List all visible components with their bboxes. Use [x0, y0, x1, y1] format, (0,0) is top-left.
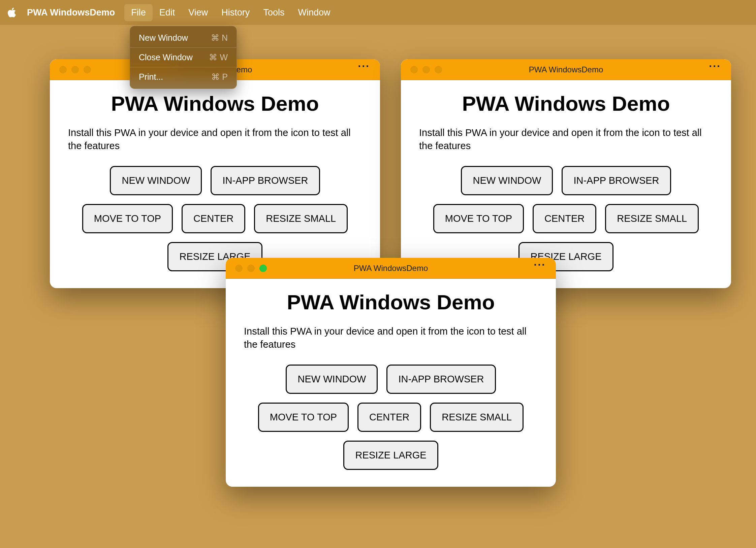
menu-item-shortcut: ⌘ P: [211, 72, 228, 82]
move-to-top-button[interactable]: MOVE TO TOP: [258, 403, 349, 432]
menubar-item-edit[interactable]: Edit: [153, 4, 182, 21]
window-title: PWA WindowsDemo: [529, 65, 603, 74]
traffic-lights: [59, 66, 91, 73]
menubar-item-window[interactable]: Window: [291, 4, 337, 21]
in-app-browser-button[interactable]: IN-APP BROWSER: [562, 166, 671, 195]
close-button[interactable]: [235, 265, 243, 272]
menu-item-shortcut: ⌘ N: [211, 33, 228, 43]
window-content: PWA Windows Demo Install this PWA in you…: [401, 80, 731, 288]
menu-item-close-window[interactable]: Close Window ⌘ W: [130, 49, 237, 66]
new-window-button[interactable]: NEW WINDOW: [461, 166, 553, 195]
page-description: Install this PWA in your device and open…: [419, 126, 713, 152]
page-title: PWA Windows Demo: [68, 92, 362, 115]
center-button[interactable]: CENTER: [357, 403, 421, 432]
menu-item-label: Print...: [139, 72, 163, 82]
close-button[interactable]: [59, 66, 67, 73]
page-title: PWA Windows Demo: [419, 92, 713, 115]
center-button[interactable]: CENTER: [182, 204, 245, 233]
button-grid: NEW WINDOW IN-APP BROWSER MOVE TO TOP CE…: [244, 365, 538, 470]
menubar-item-history[interactable]: History: [215, 4, 256, 21]
new-window-button[interactable]: NEW WINDOW: [110, 166, 202, 195]
menubar-item-file[interactable]: File: [124, 4, 153, 21]
window-content: PWA Windows Demo Install this PWA in you…: [226, 279, 556, 487]
minimize-button[interactable]: [71, 66, 79, 73]
system-menubar: PWA WindowsDemo File Edit View History T…: [0, 0, 756, 25]
close-button[interactable]: [410, 66, 418, 73]
resize-small-button[interactable]: RESIZE SMALL: [430, 403, 524, 432]
resize-large-button[interactable]: RESIZE LARGE: [343, 441, 438, 470]
in-app-browser-button[interactable]: IN-APP BROWSER: [386, 365, 496, 394]
button-grid: NEW WINDOW IN-APP BROWSER MOVE TO TOP CE…: [419, 166, 713, 271]
menu-item-print[interactable]: Print... ⌘ P: [130, 69, 237, 85]
menu-item-new-window[interactable]: New Window ⌘ N: [130, 30, 237, 46]
window-content: PWA Windows Demo Install this PWA in you…: [50, 80, 380, 288]
menu-item-label: Close Window: [139, 53, 193, 62]
in-app-browser-button[interactable]: IN-APP BROWSER: [211, 166, 320, 195]
traffic-lights: [235, 265, 267, 272]
move-to-top-button[interactable]: MOVE TO TOP: [433, 204, 524, 233]
app-window-2: PWA WindowsDemo ··· PWA Windows Demo Ins…: [401, 59, 731, 288]
page-title: PWA Windows Demo: [244, 290, 538, 314]
page-description: Install this PWA in your device and open…: [68, 126, 362, 152]
title-bar[interactable]: PWA WindowsDemo ···: [226, 258, 556, 279]
file-menu-dropdown: New Window ⌘ N Close Window ⌘ W Print...…: [130, 26, 237, 89]
minimize-button[interactable]: [422, 66, 430, 73]
traffic-lights: [410, 66, 442, 73]
resize-small-button[interactable]: RESIZE SMALL: [605, 204, 699, 233]
page-description: Install this PWA in your device and open…: [244, 325, 538, 351]
new-window-button[interactable]: NEW WINDOW: [286, 365, 378, 394]
app-window-1: PWA WindowsDemo ··· PWA Windows Demo Ins…: [50, 59, 380, 288]
menubar-app-name[interactable]: PWA WindowsDemo: [27, 7, 115, 18]
zoom-button[interactable]: [84, 66, 91, 73]
app-window-3-active: PWA WindowsDemo ··· PWA Windows Demo Ins…: [226, 258, 556, 487]
menubar-item-view[interactable]: View: [182, 4, 215, 21]
menu-item-label: New Window: [139, 33, 188, 43]
menu-separator: [130, 47, 237, 48]
zoom-button[interactable]: [259, 265, 267, 272]
minimize-button[interactable]: [247, 265, 255, 272]
zoom-button[interactable]: [435, 66, 442, 73]
apple-logo-icon[interactable]: [7, 7, 17, 18]
move-to-top-button[interactable]: MOVE TO TOP: [82, 204, 173, 233]
menubar-item-tools[interactable]: Tools: [256, 4, 291, 21]
resize-small-button[interactable]: RESIZE SMALL: [254, 204, 348, 233]
button-grid: NEW WINDOW IN-APP BROWSER MOVE TO TOP CE…: [68, 166, 362, 271]
window-title: PWA WindowsDemo: [354, 264, 428, 273]
menu-item-shortcut: ⌘ W: [209, 53, 228, 62]
menu-separator: [130, 67, 237, 67]
title-bar[interactable]: PWA WindowsDemo ···: [401, 59, 731, 80]
center-button[interactable]: CENTER: [533, 204, 596, 233]
